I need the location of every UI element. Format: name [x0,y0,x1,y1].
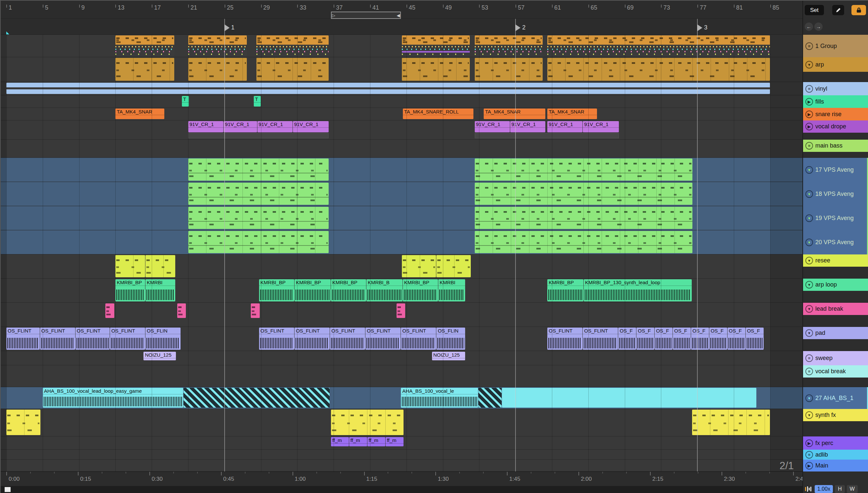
track-header-20-vps-aveng[interactable]: ▾20 VPS Aveng [803,230,868,254]
track-name-tab[interactable]: ▾19 VPS Aveng [803,206,868,230]
clip-midi[interactable] [475,58,543,81]
track-header-fills[interactable]: ▶fills [803,95,868,108]
clip-kmrbi-bp[interactable]: KMRBI_BP [115,279,145,301]
draw-mode-pencil-icon[interactable] [832,5,844,15]
clip-91v-cr-1[interactable]: 91V_CR_1 [188,121,223,132]
play-icon[interactable]: ▶ [805,462,813,470]
clip-os-flint[interactable]: OS_FLINT [259,327,294,350]
track-name-tab[interactable]: ▶fx perc [803,436,868,450]
track-header-vinyl[interactable]: ≡vinyl [803,82,868,95]
track-name-tab[interactable]: ≡vinyl [803,82,868,95]
clip-os-flin[interactable]: OS_FLIN [436,327,465,350]
clip-midi[interactable] [115,58,174,81]
menu-icon[interactable]: ≡ [805,85,813,93]
clip-t[interactable]: T [254,96,261,107]
beat-ruler[interactable]: 1591317212529333741454953576165697377818… [1,1,802,19]
time-ruler[interactable]: 0:000:150:300:451:001:151:301:452:002:15… [1,471,802,486]
clip-vps[interactable] [188,183,329,205]
track-header-vocal-break[interactable]: ≡vocal break [803,365,868,387]
clip-hatch[interactable] [184,388,330,408]
track-name-tab[interactable]: ▾pad [803,327,868,339]
track-header-18-vps-aveng[interactable]: ▾18 VPS Aveng [803,182,868,206]
locator-flag-1[interactable]: 1 [225,24,235,31]
track-header-17-vps-aveng[interactable]: ▾17 VPS Aveng [803,158,868,182]
clip-hatch[interactable] [478,388,502,408]
clip-91v-cr-1[interactable]: 91V_CR_1 [224,121,257,132]
clip-kmrbi-bp[interactable]: KMRBI_BP [295,279,331,301]
play-icon[interactable]: ▶ [805,440,813,447]
track-header-pad[interactable]: ▾pad [803,327,868,351]
track-name-tab[interactable]: ▾arp loop [803,279,868,291]
clip-midi[interactable] [188,58,247,81]
clip-os-f[interactable]: OS_F [637,327,654,350]
clip-kmrbi-bp[interactable]: KMRBI_BP [259,279,294,301]
clip-os-flint[interactable]: OS_FLINT [401,327,436,350]
clip-os-flint[interactable]: OS_FLINT [110,327,145,350]
track-name-tab[interactable]: ▾27 AHA_BS_1 [803,387,868,409]
zoom-level-button[interactable]: 1.00x [815,485,833,493]
clip-kmrbi-bp-130-synth-lead-loop[interactable]: KMRBI_BP_130_synth_lead_loop [584,279,692,301]
clip-vps[interactable] [475,207,693,229]
clip-91v-cr-1[interactable]: 91V_CR_1 [475,121,510,132]
clip-midi[interactable] [436,255,470,277]
clip-midi[interactable] [547,58,770,81]
clip-midi[interactable] [331,410,404,435]
scrollbar-handle[interactable] [5,487,11,492]
track-name-tab[interactable]: ≡sweep [803,351,868,365]
clip-mini[interactable] [105,303,114,318]
clip-os-f[interactable]: OS_F [709,327,727,350]
clip-vps[interactable] [188,207,329,229]
track-header-arp-loop[interactable]: ▾arp loop [803,279,868,303]
clip-ta-mk4-snare-roll[interactable]: TA_MK4_SNARE_ROLL [403,109,473,119]
track-header-synth-fx[interactable]: ▾synth fx [803,409,868,436]
clip-kmrbi-b[interactable]: KMRBI_B [366,279,403,301]
track-name-tab[interactable]: ▾resee [803,254,868,267]
clip-mini[interactable] [177,303,186,318]
clip-os-flint[interactable]: OS_FLINT [295,327,330,350]
clip-kmrbi[interactable]: KMRBI [438,279,465,301]
menu-icon[interactable]: ≡ [805,451,813,458]
clip-vps[interactable] [475,183,693,205]
clip-aha-bs-100-vocal-lead-loop-easy-game[interactable]: AHA_BS_100_vocal_lead_loop_easy_game [43,388,183,408]
track-header-main-bass[interactable]: ≡main bass [803,140,868,158]
clip-aha-bs-100-vocal-le[interactable]: AHA_BS_100_vocal_le [401,388,478,408]
play-icon[interactable]: ▶ [805,123,813,130]
arrangement-area[interactable]: 1591317212529333741454953576165697377818… [1,1,802,493]
clip-vps[interactable] [188,231,329,253]
clip-group[interactable] [257,36,329,56]
clip-kmrbi[interactable]: KMRBI [145,279,175,301]
clip-midi[interactable] [145,255,175,277]
track-name-tab[interactable]: ≡main bass [803,140,868,152]
clip-midi[interactable] [402,58,470,81]
lock-button[interactable] [851,5,866,15]
clip-group[interactable] [547,36,770,56]
chevron-icon[interactable]: ▾ [805,411,813,419]
optimize-width-button[interactable]: W [847,485,858,493]
clip-os-flin[interactable]: OS_FLIN [145,327,181,350]
clip-ta-mk4-snar[interactable]: TA_MK4_SNAR [547,109,597,119]
clip-os-flint[interactable]: OS_FLINT [76,327,110,350]
clip-os-f[interactable]: OS_F [728,327,745,350]
clip-91v-cr-1[interactable]: 91V_CR_1 [258,121,292,132]
chevron-icon[interactable]: ▾ [805,214,813,222]
clip-t[interactable]: T [182,96,189,107]
locator-row[interactable]: ▷◀123 [1,19,802,35]
clip-group[interactable] [475,36,543,56]
clip-os-f[interactable]: OS_F [655,327,672,350]
menu-icon[interactable]: ≡ [805,355,813,362]
clip-vps[interactable] [475,231,693,253]
chevron-icon[interactable]: ▾ [805,166,813,174]
track-header-snare-rise[interactable]: ▶snare rise [803,108,868,121]
clip-os-f[interactable]: OS_F [673,327,691,350]
track-header-sweep[interactable]: ≡sweep [803,351,868,365]
clip-91v-cr-1[interactable]: 91V_CR_1 [547,121,582,132]
clip-mini[interactable] [251,303,259,318]
clip-midi[interactable] [6,410,40,435]
clip-91v-cr-1[interactable]: 91V_CR_1 [583,121,619,132]
clip-group[interactable] [402,36,470,56]
play-icon[interactable]: ▶ [805,110,813,118]
chevron-icon[interactable]: ▾ [805,305,813,313]
track-name-tab[interactable]: ▾arp [803,57,868,72]
track-header-19-vps-aveng[interactable]: ▾19 VPS Aveng [803,206,868,230]
clip-kmrbi-bp[interactable]: KMRBI_BP [331,279,366,301]
